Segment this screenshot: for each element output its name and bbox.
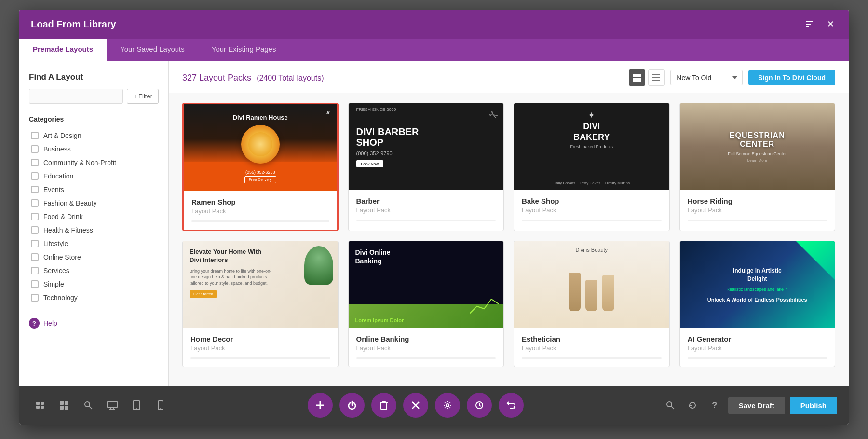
category-checkbox-lifestyle[interactable] bbox=[31, 240, 39, 247]
svg-rect-7 bbox=[652, 74, 660, 75]
layouts-icon[interactable] bbox=[55, 396, 73, 414]
category-item-technology[interactable]: Technology bbox=[29, 291, 159, 304]
sort-select[interactable]: New To Old Old To New A to Z Z to A bbox=[670, 70, 743, 85]
layout-card-ramen-shop[interactable]: Divi Ramen House ✦ (255) 352-6258 Free D… bbox=[182, 103, 339, 231]
card-name-horse: Horse Riding bbox=[688, 197, 827, 205]
svg-rect-8 bbox=[652, 77, 660, 78]
layout-card-horse-riding[interactable]: EQUESTRIANCENTER Full Service Equestrian… bbox=[679, 103, 836, 231]
modal-header: Load From Library ✕ bbox=[19, 10, 849, 39]
card-name-beauty: Esthetician bbox=[522, 335, 662, 343]
svg-line-35 bbox=[671, 406, 674, 409]
settings-button[interactable] bbox=[435, 393, 460, 418]
card-name-interior: Home Decor bbox=[190, 335, 330, 343]
layout-count: 327 Layout Packs (2400 Total layouts) bbox=[182, 73, 324, 83]
category-checkbox-health-fitness[interactable] bbox=[31, 226, 39, 234]
category-checkbox-services[interactable] bbox=[31, 267, 39, 274]
help-row[interactable]: ? Help bbox=[29, 318, 159, 329]
layout-card-bake-shop[interactable]: ✦ DIVIBAKERY Fresh-baked Products Daily … bbox=[514, 103, 670, 231]
add-module-button[interactable] bbox=[308, 393, 333, 418]
close-button[interactable] bbox=[403, 393, 428, 418]
grid-view-btn[interactable] bbox=[629, 69, 645, 86]
svg-point-27 bbox=[160, 408, 161, 409]
bottle-icon-2 bbox=[585, 280, 597, 311]
category-checkbox-fashion-beauty[interactable] bbox=[31, 199, 39, 207]
card-thumb-banking: Divi OnlineBanking Lorem Ipsum Dolor bbox=[349, 241, 504, 328]
desktop-icon[interactable] bbox=[103, 396, 122, 414]
card-type-beauty: Layout Pack bbox=[522, 344, 662, 352]
tab-saved-layouts[interactable]: Your Saved Layouts bbox=[107, 39, 198, 61]
search-bottom-icon[interactable] bbox=[662, 397, 679, 414]
main-content: 327 Layout Packs (2400 Total layouts) bbox=[169, 61, 849, 386]
category-checkbox-art-design[interactable] bbox=[31, 132, 39, 139]
category-item-fashion-beauty[interactable]: Fashion & Beauty bbox=[29, 196, 159, 210]
card-thumb-barber: ✂ FRESH SINCE 2009 DIVI BARBERSHOP (000)… bbox=[349, 103, 504, 190]
svg-rect-11 bbox=[41, 402, 44, 405]
category-item-business[interactable]: Business bbox=[29, 142, 159, 156]
layout-card-esthetician[interactable]: Divi is Beauty Esthetician Layout Pack bbox=[514, 241, 670, 367]
publish-button[interactable]: Publish bbox=[790, 397, 837, 414]
category-item-art-design[interactable]: Art & Design bbox=[29, 129, 159, 142]
more-options-icon[interactable] bbox=[31, 396, 49, 414]
category-checkbox-simple[interactable] bbox=[31, 280, 39, 288]
categories-list: Art & Design Business Community & Non-Pr… bbox=[29, 129, 159, 304]
search-input[interactable] bbox=[29, 89, 123, 104]
sign-in-divi-cloud-button[interactable]: Sign In To Divi Cloud bbox=[748, 70, 835, 85]
category-item-services[interactable]: Services bbox=[29, 264, 159, 277]
tab-existing-pages[interactable]: Your Existing Pages bbox=[198, 39, 290, 61]
card-info-interior: Home Decor Layout Pack bbox=[183, 328, 338, 367]
modal-body: Find A Layout + Filter Categories Art & … bbox=[19, 61, 849, 386]
layout-card-barber[interactable]: ✂ FRESH SINCE 2009 DIVI BARBERSHOP (000)… bbox=[348, 103, 504, 231]
card-thumb-horse: EQUESTRIANCENTER Full Service Equestrian… bbox=[680, 103, 835, 190]
sort-icon-btn[interactable] bbox=[802, 17, 816, 31]
help-bottom-icon[interactable]: ? bbox=[706, 397, 723, 414]
svg-rect-20 bbox=[108, 401, 117, 408]
category-item-events[interactable]: Events bbox=[29, 183, 159, 196]
sidebar: Find A Layout + Filter Categories Art & … bbox=[19, 61, 169, 386]
category-checkbox-community[interactable] bbox=[31, 159, 39, 166]
find-layout-title: Find A Layout bbox=[29, 72, 159, 82]
power-button[interactable] bbox=[339, 393, 365, 418]
category-checkbox-business[interactable] bbox=[31, 145, 39, 153]
card-name-ai: AI Generator bbox=[688, 335, 827, 343]
layout-card-home-decor[interactable]: Elevate Your Home With Divi Interiors Br… bbox=[182, 241, 339, 367]
category-item-simple[interactable]: Simple bbox=[29, 277, 159, 291]
tablet-icon[interactable] bbox=[127, 396, 146, 414]
view-toggle bbox=[629, 69, 665, 86]
category-item-community[interactable]: Community & Non-Profit bbox=[29, 156, 159, 169]
svg-rect-9 bbox=[652, 80, 660, 81]
category-checkbox-events[interactable] bbox=[31, 186, 39, 193]
category-item-online-store[interactable]: Online Store bbox=[29, 250, 159, 264]
close-icon-btn[interactable]: ✕ bbox=[824, 17, 837, 31]
delete-button[interactable] bbox=[371, 393, 396, 418]
card-thumb-interior: Elevate Your Home With Divi Interiors Br… bbox=[183, 241, 338, 328]
refresh-bottom-icon[interactable] bbox=[684, 397, 701, 414]
banking-chart-icon bbox=[470, 294, 499, 318]
search-icon[interactable] bbox=[79, 396, 97, 414]
history-button[interactable] bbox=[467, 393, 492, 418]
card-info-horse: Horse Riding Layout Pack bbox=[680, 190, 835, 229]
category-item-health-fitness[interactable]: Health & Fitness bbox=[29, 223, 159, 237]
svg-rect-10 bbox=[36, 402, 40, 405]
mobile-icon[interactable] bbox=[151, 396, 170, 414]
layout-card-ai-generator[interactable]: Indulge in ArtisticDelight Realistic lan… bbox=[679, 241, 836, 367]
category-checkbox-online-store[interactable] bbox=[31, 253, 39, 261]
svg-rect-6 bbox=[637, 78, 641, 82]
category-checkbox-education[interactable] bbox=[31, 172, 39, 180]
save-draft-button[interactable]: Save Draft bbox=[728, 397, 785, 414]
card-type-ramen: Layout Pack bbox=[191, 207, 329, 215]
category-item-lifestyle[interactable]: Lifestyle bbox=[29, 237, 159, 250]
svg-point-34 bbox=[667, 402, 672, 407]
card-type-ai: Layout Pack bbox=[688, 344, 827, 352]
svg-rect-13 bbox=[41, 406, 44, 409]
category-item-food-drink[interactable]: Food & Drink bbox=[29, 210, 159, 223]
category-item-education[interactable]: Education bbox=[29, 169, 159, 183]
card-type-barber: Layout Pack bbox=[356, 206, 496, 214]
tab-premade-layouts[interactable]: Premade Layouts bbox=[19, 39, 107, 61]
filter-button[interactable]: + Filter bbox=[127, 89, 159, 104]
sync-button[interactable] bbox=[499, 393, 524, 418]
list-view-btn[interactable] bbox=[648, 69, 665, 86]
category-checkbox-technology[interactable] bbox=[31, 294, 39, 302]
layout-card-online-banking[interactable]: Divi OnlineBanking Lorem Ipsum Dolor Onl… bbox=[348, 241, 504, 367]
card-type-bakery: Layout Pack bbox=[522, 206, 662, 214]
category-checkbox-food-drink[interactable] bbox=[31, 213, 39, 220]
